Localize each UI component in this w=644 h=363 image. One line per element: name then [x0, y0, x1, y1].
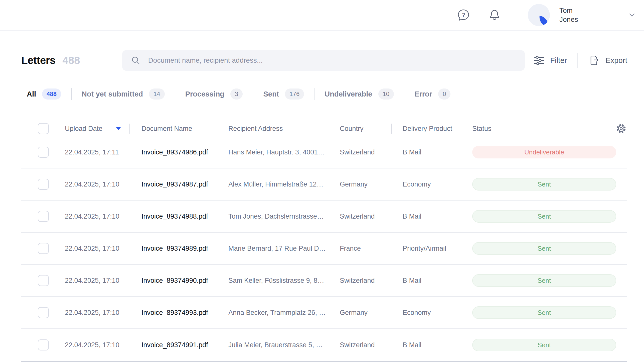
- main-content: Letters 488: [0, 50, 644, 362]
- user-name: Tom Jones: [559, 6, 589, 24]
- search-icon: [130, 55, 141, 66]
- tab-label: Not yet submitted: [82, 90, 143, 98]
- table-row: 22.04.2025, 17:10 Invoice_89374990.pdf S…: [21, 265, 627, 297]
- tab-count-badge: 14: [149, 88, 165, 100]
- tab-count-badge: 176: [285, 88, 304, 100]
- tabs: All 488 Not yet submitted 14 Processing …: [21, 87, 627, 101]
- filter-button[interactable]: Filter: [533, 55, 567, 66]
- export-button[interactable]: Export: [588, 55, 627, 66]
- row-checkbox[interactable]: [38, 339, 49, 350]
- cell-document-name[interactable]: Invoice_89374986.pdf: [129, 148, 217, 156]
- tab-sent[interactable]: Sent 176: [253, 88, 314, 100]
- sort-desc-icon: [116, 127, 121, 130]
- cell-recipient-address: Alex Müller, Himmelstraße 12…: [217, 180, 328, 188]
- cell-country: Switzerland: [328, 341, 391, 349]
- row-checkbox[interactable]: [38, 243, 49, 254]
- table-row: 22.04.2025, 17:11 Invoice_89374986.pdf H…: [21, 136, 627, 168]
- tab-label: Error: [414, 90, 432, 98]
- cell-delivery-product: Economy: [391, 180, 461, 188]
- tab-count-badge: 0: [438, 88, 450, 100]
- cell-upload-date: 22.04.2025, 17:10: [56, 277, 129, 285]
- tab-undeliverable[interactable]: Undeliverable 10: [314, 88, 404, 100]
- cell-recipient-address: Anna Becker, Trammplatz 26, …: [217, 309, 328, 317]
- cell-recipient-address: Tom Jones, Dachslernstrasse…: [217, 213, 328, 220]
- filter-icon: [533, 55, 545, 66]
- cell-upload-date: 22.04.2025, 17:10: [56, 245, 129, 252]
- tab-error[interactable]: Error 0: [404, 88, 460, 100]
- help-icon: ?: [457, 9, 470, 22]
- table-body: 22.04.2025, 17:11 Invoice_89374986.pdf H…: [21, 136, 627, 361]
- cell-upload-date: 22.04.2025, 17:10: [56, 341, 129, 349]
- table-header: Upload Date Document Name Recipient Addr…: [21, 121, 627, 136]
- row-checkbox[interactable]: [38, 211, 49, 222]
- column-document-name[interactable]: Document Name: [129, 125, 217, 133]
- cell-document-name[interactable]: Invoice_89374989.pdf: [129, 245, 217, 252]
- cell-country: Switzerland: [328, 213, 391, 220]
- tab-processing[interactable]: Processing 3: [175, 88, 253, 100]
- search-input[interactable]: [148, 56, 517, 65]
- cell-delivery-product: B Mail: [391, 148, 461, 156]
- filter-label: Filter: [550, 56, 567, 65]
- column-status[interactable]: Status: [461, 125, 627, 133]
- status-badge: Sent: [472, 339, 616, 351]
- tab-count-badge: 488: [42, 88, 61, 100]
- tab-label: Processing: [185, 90, 224, 98]
- status-badge: Undeliverable: [472, 146, 616, 158]
- table-row: 22.04.2025, 17:10 Invoice_89374993.pdf A…: [21, 297, 627, 329]
- row-checkbox[interactable]: [38, 179, 49, 190]
- status-badge: Sent: [472, 178, 616, 191]
- help-button[interactable]: ?: [457, 8, 470, 22]
- gear-icon: [616, 123, 627, 134]
- page-total-count: 488: [63, 54, 80, 66]
- row-checkbox[interactable]: [38, 275, 49, 286]
- cell-delivery-product: B Mail: [391, 213, 461, 220]
- avatar-logo-leaf: [538, 16, 550, 26]
- cell-document-name[interactable]: Invoice_89374991.pdf: [129, 341, 217, 349]
- cell-upload-date: 22.04.2025, 17:11: [56, 148, 129, 156]
- topbar: ? Tom Jones: [0, 0, 644, 31]
- cell-recipient-address: Hans Meier, Hauptstr. 3, 4001…: [217, 148, 328, 156]
- export-icon: [588, 55, 600, 66]
- column-recipient-address[interactable]: Recipient Address: [217, 125, 328, 133]
- row-checkbox[interactable]: [38, 147, 49, 158]
- notifications-button[interactable]: [488, 8, 501, 22]
- topbar-divider: [479, 8, 479, 23]
- cell-document-name[interactable]: Invoice_89374987.pdf: [129, 180, 217, 188]
- cell-country: Switzerland: [328, 148, 391, 156]
- topbar-divider: [510, 8, 510, 23]
- table-row: 22.04.2025, 17:10 Invoice_89374988.pdf T…: [21, 201, 627, 233]
- cell-country: Germany: [328, 180, 391, 188]
- cell-recipient-address: Sam Keller, Füsslistrasse 9, 8…: [217, 277, 328, 285]
- cell-document-name[interactable]: Invoice_89374988.pdf: [129, 213, 217, 220]
- cell-delivery-product: B Mail: [391, 341, 461, 349]
- tab-label: Sent: [263, 90, 279, 98]
- avatar[interactable]: [528, 4, 550, 26]
- cell-delivery-product: Economy: [391, 309, 461, 317]
- toolbar: Filter Export: [533, 53, 627, 68]
- cell-document-name[interactable]: Invoice_89374993.pdf: [129, 309, 217, 317]
- status-badge: Sent: [472, 242, 616, 255]
- svg-text:?: ?: [462, 12, 465, 18]
- status-badge: Sent: [472, 306, 616, 319]
- tab-label: Undeliverable: [325, 90, 372, 98]
- page-title: Letters: [21, 54, 56, 66]
- tab-count-badge: 10: [378, 88, 394, 100]
- tab-all[interactable]: All 488: [21, 88, 71, 100]
- tab-label: All: [27, 90, 36, 98]
- cell-document-name[interactable]: Invoice_89374990.pdf: [129, 277, 217, 285]
- chevron-down-icon[interactable]: [627, 10, 637, 20]
- cell-country: Switzerland: [328, 277, 391, 285]
- search-bar: [122, 50, 525, 71]
- toolbar-divider: [577, 53, 578, 68]
- cell-upload-date: 22.04.2025, 17:10: [56, 213, 129, 220]
- column-delivery-product[interactable]: Delivery Product: [391, 125, 461, 133]
- bell-icon: [488, 9, 501, 21]
- column-country[interactable]: Country: [328, 125, 391, 133]
- row-checkbox[interactable]: [38, 307, 49, 318]
- column-upload-date[interactable]: Upload Date: [56, 125, 129, 133]
- tab-not-yet-submitted[interactable]: Not yet submitted 14: [72, 88, 175, 100]
- table-row: 22.04.2025, 17:10 Invoice_89374991.pdf J…: [21, 329, 627, 361]
- cell-upload-date: 22.04.2025, 17:10: [56, 180, 129, 188]
- table-settings-button[interactable]: [616, 123, 627, 134]
- select-all-checkbox[interactable]: [38, 123, 49, 134]
